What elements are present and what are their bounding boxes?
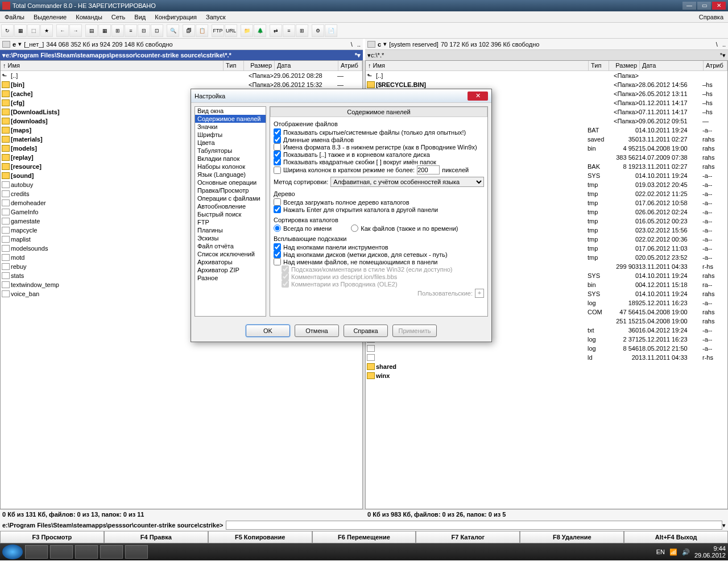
- tray-lang[interactable]: EN: [656, 548, 665, 555]
- toolbar-button[interactable]: ⬚: [27, 24, 40, 37]
- toolbar-button[interactable]: ⊞: [296, 24, 308, 37]
- rb-sort-as-files[interactable]: Как файлов (также и по времени): [351, 225, 458, 232]
- cb-tree-enter[interactable]: Нажать Enter для открытия каталога в дру…: [274, 206, 484, 213]
- menu-help[interactable]: Справка: [694, 13, 728, 22]
- cb-show-dotdot[interactable]: Показывать [..] также и в корневом катал…: [274, 151, 484, 158]
- fn-button[interactable]: F7 Каталог: [416, 531, 520, 543]
- file-row[interactable]: ⬑[..]<Папка>: [366, 71, 727, 80]
- toolbar-button[interactable]: ↻: [1, 24, 14, 37]
- ok-button[interactable]: OK: [246, 325, 290, 337]
- cb-83-lowercase[interactable]: Имена формата 8.3 - в нижнем регистре (к…: [274, 143, 484, 151]
- user-hints-button[interactable]: +: [475, 289, 484, 298]
- task-media[interactable]: [50, 545, 73, 559]
- tree-item[interactable]: Автообновление: [195, 202, 266, 210]
- toolbar-button[interactable]: ⊟: [138, 24, 150, 37]
- toolbar-button[interactable]: 🗐: [183, 24, 195, 37]
- toolbar-button[interactable]: →: [69, 24, 82, 37]
- toolbar-button[interactable]: ≡: [125, 24, 137, 37]
- root-button[interactable]: \: [716, 41, 718, 48]
- toolbar-button[interactable]: ⚙: [312, 24, 324, 37]
- tree-item[interactable]: Вкладки папок: [195, 155, 266, 163]
- cb-show-hidden[interactable]: Показывать скрытые/системные файлы (толь…: [274, 128, 484, 136]
- command-dropdown-icon[interactable]: ▾: [722, 522, 726, 529]
- fn-button[interactable]: F3 Просмотр: [0, 531, 104, 543]
- task-opera[interactable]: [75, 545, 98, 559]
- sort-method-select[interactable]: Алфавитная, с учётом особенностей языка: [330, 177, 484, 187]
- path-left[interactable]: ▾e:\Program Files\Steam\steamapps\pessso…: [0, 50, 363, 60]
- menu-item[interactable]: Сеть: [107, 13, 130, 22]
- column-width-input[interactable]: [417, 165, 440, 174]
- fn-button[interactable]: F5 Копирование: [208, 531, 312, 543]
- dialog-close-button[interactable]: ✕: [468, 92, 488, 101]
- up-button[interactable]: ..: [357, 41, 361, 48]
- toolbar-button[interactable]: ≡: [283, 24, 295, 37]
- tree-item[interactable]: Плагины: [195, 226, 266, 234]
- tree-item[interactable]: Правка/Просмотр: [195, 186, 266, 194]
- toolbar-button[interactable]: ⇄: [270, 24, 282, 37]
- tree-item[interactable]: Файл отчёта: [195, 242, 266, 250]
- toolbar-button[interactable]: ▦: [98, 24, 111, 37]
- menu-item[interactable]: Вид: [130, 13, 150, 22]
- toolbar-button[interactable]: URL: [225, 24, 237, 37]
- file-row[interactable]: [bin]<Папка>28.06.2012 15:32—: [1, 80, 362, 89]
- toolbar-button[interactable]: 🌲: [254, 24, 266, 37]
- rb-sort-by-name[interactable]: Всегда по имени: [274, 225, 332, 232]
- fn-button[interactable]: Alt+F4 Выход: [624, 531, 728, 543]
- start-button[interactable]: [2, 544, 23, 559]
- tree-item[interactable]: Основные операции: [195, 178, 266, 186]
- menu-item[interactable]: Запуск: [201, 13, 230, 22]
- drive-letter[interactable]: c: [378, 41, 381, 48]
- tree-item[interactable]: Операции с файлами: [195, 194, 266, 202]
- cb-square-brackets[interactable]: Показывать квадратные скобки [ ] вокруг …: [274, 158, 484, 165]
- tree-item[interactable]: Язык (Language): [195, 171, 266, 178]
- tree-item[interactable]: Быстрый поиск: [195, 210, 266, 218]
- help-button[interactable]: Справка: [344, 325, 388, 337]
- cb-tree-full[interactable]: Всегда загружать полное дерево каталогов: [274, 198, 484, 206]
- command-input[interactable]: [226, 521, 722, 530]
- cb-tooltip-names[interactable]: Над именами файлов, не помещающимися в п…: [274, 258, 484, 265]
- root-button[interactable]: \: [351, 41, 353, 48]
- fn-button[interactable]: F6 Перемещение: [312, 531, 416, 543]
- fn-button[interactable]: F4 Правка: [104, 531, 208, 543]
- toolbar-button[interactable]: ▦: [14, 24, 27, 37]
- toolbar-button[interactable]: ←: [56, 24, 69, 37]
- up-button[interactable]: ..: [722, 41, 726, 48]
- menu-item[interactable]: Команды: [71, 13, 107, 22]
- maximize-button[interactable]: ▭: [697, 2, 711, 10]
- drive-dropdown-icon[interactable]: ▾: [383, 40, 387, 48]
- tree-item[interactable]: Разное: [195, 274, 266, 282]
- toolbar-button[interactable]: FTP: [212, 24, 224, 37]
- file-row[interactable]: log8 54618.05.2012 21:50-a--: [366, 344, 727, 353]
- minimize-button[interactable]: —: [682, 2, 696, 10]
- tree-item[interactable]: Наборы колонок: [195, 163, 266, 171]
- tray-network-icon[interactable]: 📶: [669, 548, 677, 556]
- file-row[interactable]: winx: [366, 371, 727, 380]
- file-row[interactable]: ⬑[..]<Папка>29.06.2012 08:28—: [1, 71, 362, 80]
- toolbar-button[interactable]: ⊡: [151, 24, 163, 37]
- file-row[interactable]: shared: [366, 362, 727, 371]
- toolbar-button[interactable]: ⊞: [111, 24, 124, 37]
- toolbar-button[interactable]: 📄: [325, 24, 337, 37]
- drive-dropdown-icon[interactable]: ▾: [18, 40, 22, 48]
- file-row[interactable]: ld2013.11.2011 04:33r-hs: [366, 353, 727, 362]
- close-button[interactable]: ✕: [712, 2, 726, 10]
- tray-clock[interactable]: 9:4429.06.2012: [694, 545, 726, 559]
- task-totalcmd[interactable]: [125, 545, 148, 559]
- tree-item[interactable]: FTP: [195, 218, 266, 226]
- menu-item[interactable]: Файлы: [0, 13, 29, 22]
- tree-item[interactable]: Цвета: [195, 139, 266, 147]
- path-right[interactable]: ▾c:\*.**▾: [365, 50, 728, 60]
- cb-tooltip-drives[interactable]: Над кнопками дисков (метки дисков, для с…: [274, 251, 484, 258]
- tree-item[interactable]: Табуляторы: [195, 147, 266, 155]
- drive-letter[interactable]: e: [13, 41, 16, 48]
- task-cs[interactable]: [100, 545, 123, 559]
- column-headers[interactable]: ↑ Имя Тип Размер Дата Атриб: [366, 61, 727, 71]
- tree-item[interactable]: Значки: [195, 123, 266, 131]
- toolbar-button[interactable]: ★: [40, 24, 53, 37]
- menu-item[interactable]: Конфигурация: [150, 13, 201, 22]
- toolbar-button[interactable]: 📋: [196, 24, 208, 37]
- settings-tree[interactable]: Вид окнаСодержимое панелейЗначкиШрифтыЦв…: [195, 106, 266, 317]
- toolbar-button[interactable]: ▤: [85, 24, 98, 37]
- cancel-button[interactable]: Отмена: [295, 325, 339, 337]
- tree-item[interactable]: Архиваторы: [195, 258, 266, 266]
